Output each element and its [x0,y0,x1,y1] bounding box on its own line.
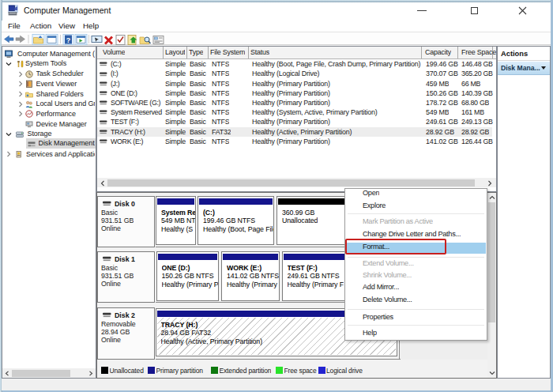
svg-text:?: ? [66,36,71,44]
